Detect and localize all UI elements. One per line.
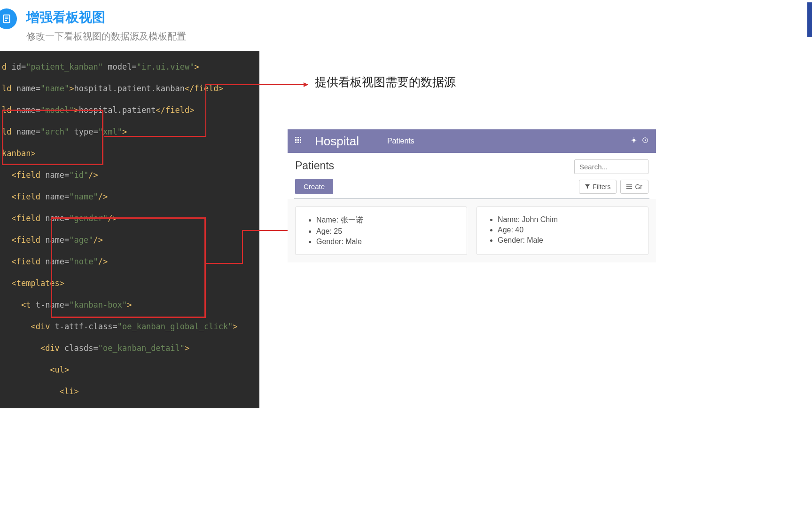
card-age: Age: 40 — [498, 226, 639, 234]
app-toolbar: Patients Create Filters Gr — [288, 153, 656, 198]
app-brand[interactable]: Hospital — [315, 134, 359, 149]
breadcrumb-title: Patients — [295, 159, 334, 172]
svg-rect-10 — [297, 139, 299, 141]
list-icon — [626, 184, 632, 189]
search-input[interactable] — [574, 159, 648, 174]
svg-rect-8 — [300, 137, 301, 138]
svg-rect-6 — [295, 137, 297, 138]
page-title: 增强看板视图 — [26, 8, 186, 26]
card-name: Name: John Chim — [498, 215, 639, 224]
corner-ribbon — [807, 2, 812, 37]
code-editor: d id="patient_kanban" model="ir.ui.view"… — [0, 51, 259, 408]
card-age: Age: 25 — [316, 227, 457, 236]
document-icon — [0, 8, 17, 29]
app-navbar: Hospital Patients — [288, 129, 656, 153]
card-name: Name: 张一诺 — [316, 215, 457, 225]
bug-icon[interactable] — [631, 137, 637, 145]
annotation-datasource: 提供看板视图需要的数据源 — [315, 74, 456, 90]
svg-rect-13 — [297, 142, 299, 143]
svg-rect-11 — [300, 139, 301, 141]
kanban-card[interactable]: Name: 张一诺 Age: 25 Gender: Male — [295, 206, 467, 255]
create-button[interactable]: Create — [295, 179, 333, 194]
apps-icon[interactable] — [295, 137, 302, 145]
page-subtitle: 修改一下看板视图的数据源及模板配置 — [26, 30, 186, 43]
kanban-card[interactable]: Name: John Chim Age: 40 Gender: Male — [476, 206, 648, 255]
groupby-button[interactable]: Gr — [620, 180, 648, 194]
svg-rect-14 — [300, 142, 301, 143]
card-gender: Gender: Male — [316, 238, 457, 246]
filters-button[interactable]: Filters — [579, 180, 617, 194]
svg-rect-12 — [295, 142, 297, 143]
page-header: 增强看板视图 修改一下看板视图的数据源及模板配置 — [0, 0, 812, 51]
app-preview: Hospital Patients Patients Create Filter… — [288, 129, 656, 262]
filter-icon — [585, 184, 590, 189]
svg-point-15 — [632, 139, 635, 142]
svg-rect-9 — [295, 139, 297, 141]
svg-marker-4 — [304, 82, 308, 87]
clock-icon[interactable] — [642, 137, 648, 145]
kanban-container: Name: 张一诺 Age: 25 Gender: Male Name: Joh… — [288, 199, 656, 262]
nav-menu-patients[interactable]: Patients — [387, 137, 414, 145]
card-gender: Gender: Male — [498, 236, 639, 245]
svg-rect-7 — [297, 137, 299, 138]
